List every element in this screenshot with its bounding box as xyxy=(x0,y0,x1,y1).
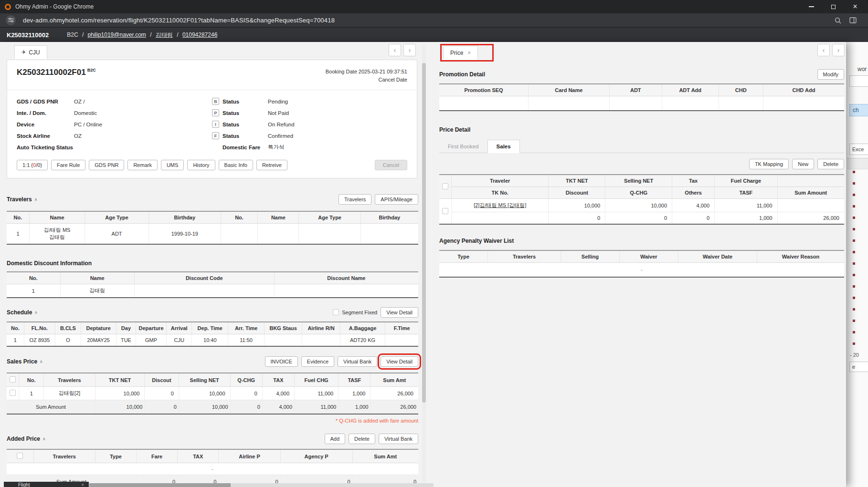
row-checkbox[interactable] xyxy=(442,208,448,214)
collapse-icon[interactable]: ∧ xyxy=(40,359,43,364)
vertical-scrollbar[interactable] xyxy=(422,45,426,482)
status-badge-f: F xyxy=(212,132,219,139)
added-price-section: Added Price ∧ Add Delete Virtual Bank Tr… xyxy=(7,433,418,487)
collapse-icon[interactable]: ∧ xyxy=(42,436,46,441)
bg-list-markers-fragment xyxy=(853,171,855,353)
ohmy-logo-icon xyxy=(5,4,11,10)
right-next-button[interactable]: › xyxy=(832,44,845,56)
booking-dates: Booking Date 2025-03-21 09:37:51 Cancel … xyxy=(326,68,407,84)
apis-mileage-button[interactable]: APIS/Mileage xyxy=(375,194,418,205)
issue-status-value: On Refund xyxy=(268,122,295,127)
schedule-view-detail-button[interactable]: View Detail xyxy=(381,307,418,318)
retrieve-button[interactable]: Retreive xyxy=(256,160,287,170)
tk-mapping-button[interactable]: TK Mapping xyxy=(749,159,789,169)
empty-row: - xyxy=(7,463,418,475)
close-icon[interactable]: × xyxy=(81,482,84,487)
select-all-checkbox[interactable] xyxy=(17,453,23,459)
flight-reservation-title: K25032110002F01B2C xyxy=(17,68,96,84)
collapse-icon[interactable]: ∧ xyxy=(34,310,38,315)
delete-button[interactable]: Delete xyxy=(817,159,844,169)
select-all-checkbox[interactable] xyxy=(10,376,16,383)
left-panel-pager: ‹ › xyxy=(389,44,416,56)
sales-view-detail-button[interactable]: View Detail xyxy=(381,356,418,367)
select-all-checkbox[interactable] xyxy=(442,183,448,189)
table-row: 1OZ 8935 O20MAY25 TUEGMP CJU10:40 11:50 … xyxy=(7,334,418,347)
url-bar: dev-adm.ohmyhotel.com/reservation/flight… xyxy=(0,13,868,27)
reservation-detail-modal: ✈ CJU ‹ › K25032110002F01B2C Booking Dat… xyxy=(0,42,846,487)
customer-phone-link[interactable]: 01094287246 xyxy=(182,31,217,38)
card-fields-left: GDS / GDS PNROZ / Inte. / Dom.Domestic D… xyxy=(17,96,212,153)
history-button[interactable]: History xyxy=(187,160,215,170)
traveler-link[interactable]: [2]김/태림 MS [김태림] xyxy=(451,199,549,212)
collapse-icon[interactable]: ∧ xyxy=(34,197,38,202)
right-panel-pager: ‹ › xyxy=(817,44,845,56)
status-badge-b: B xyxy=(212,98,219,105)
tab-first-booked[interactable]: First Booked xyxy=(439,140,487,153)
one-to-one-button[interactable]: 1:1 (0/0) xyxy=(17,160,48,170)
virtual-bank-button[interactable]: Virtual Bank xyxy=(379,434,418,444)
new-button[interactable]: New xyxy=(792,159,814,169)
site-settings-icon[interactable] xyxy=(6,15,16,25)
virtual-bank-button[interactable]: Virtual Bank xyxy=(338,356,377,367)
reservation-meta: B2C / philip1019@naver.com / 김태림 / 01094… xyxy=(67,31,217,39)
fare-rule-button[interactable]: Fare Rule xyxy=(51,160,85,170)
tab-sales[interactable]: Sales xyxy=(487,140,520,153)
cancel-reservation-button: Cancel xyxy=(375,160,407,170)
card-fields-right: BStatusPending PStatusNot Paid IStatusOn… xyxy=(212,96,407,153)
tab-price[interactable]: Price × xyxy=(443,46,478,60)
minimize-button[interactable] xyxy=(806,1,816,12)
tab-cju[interactable]: ✈ CJU xyxy=(14,45,47,59)
remark-button[interactable]: Remark xyxy=(127,160,158,170)
window-controls: × xyxy=(806,0,860,13)
domestic-fare-value: 특가석 xyxy=(268,144,285,151)
price-detail-table: TravelerTKT NET Selling NETTax Fuel Char… xyxy=(439,174,844,225)
promotion-table: Promotion SEQCard Name ADTADT Add CHDCHD… xyxy=(439,83,844,111)
card-button-row: 1:1 (0/0) Fare Rule GDS PNR Remark UMS H… xyxy=(7,154,417,178)
waiver-section: Agency Penalty Waiver List TypeTravelers… xyxy=(439,235,844,278)
close-icon[interactable]: × xyxy=(467,50,471,56)
channel-label: B2C xyxy=(67,31,78,38)
modify-button[interactable]: Modify xyxy=(817,69,844,80)
ums-button[interactable]: UMS xyxy=(161,160,184,170)
maximize-button[interactable] xyxy=(828,1,838,12)
row-checkbox[interactable] xyxy=(10,390,16,396)
added-price-table: TravelersType FareTAX Airline PAgency P … xyxy=(7,449,418,487)
horizontal-scrollbar[interactable] xyxy=(89,483,434,487)
right-prev-button[interactable]: ‹ xyxy=(817,44,830,56)
price-detail-section: Price Detail First Booked Sales TK Mappi… xyxy=(439,124,844,225)
empty-row: - xyxy=(439,263,844,277)
price-detail-actions: TK Mapping New Delete xyxy=(439,159,844,169)
basic-info-button[interactable]: Basic Info xyxy=(219,160,253,170)
fare-status-value: Confirmed xyxy=(268,133,293,139)
travelers-button[interactable]: Travelers xyxy=(339,194,371,205)
bg-input-fragment xyxy=(849,75,868,87)
qchg-note: * Q-CHG is added with fare amount xyxy=(7,418,418,424)
url-text[interactable]: dev-adm.ohmyhotel.com/reservation/flight… xyxy=(23,17,335,24)
status-badge-i: I xyxy=(212,121,219,128)
segment-fixed-checkbox[interactable] xyxy=(333,309,339,315)
horizontal-scrollbar-thumb[interactable] xyxy=(89,483,231,487)
invoice-button[interactable]: INVOICE xyxy=(265,356,298,367)
booking-date-value: 2025-03-21 09:37:51 xyxy=(359,69,407,74)
window-title: Ohmy Admin - Google Chrome xyxy=(15,3,94,10)
side-panel-icon[interactable] xyxy=(849,17,857,24)
close-button[interactable]: × xyxy=(850,1,860,12)
sum-row: Sum Amount 10,0000 10,0000 4,00011,000 1… xyxy=(7,400,418,414)
window-titlebar: Ohmy Admin - Google Chrome × xyxy=(0,0,868,13)
discount-section: Domestic Discount Information No.Name Di… xyxy=(7,258,418,298)
vertical-scrollbar-thumb[interactable] xyxy=(422,63,426,403)
search-icon[interactable] xyxy=(834,17,842,24)
gds-pnr-button[interactable]: GDS PNR xyxy=(89,160,124,170)
booking-status-value: Pending xyxy=(268,99,288,104)
table-row: 1 김/태림 MS김태림 ADT 1999-10-19 xyxy=(7,224,418,245)
left-prev-button[interactable]: ‹ xyxy=(389,44,401,56)
customer-email-link[interactable]: philip1019@naver.com xyxy=(88,31,146,38)
travelers-table: No.Name Age TypeBirthday No.Name Age Typ… xyxy=(7,211,418,245)
evidence-button[interactable]: Evidence xyxy=(301,356,334,367)
add-button[interactable]: Add xyxy=(325,434,346,444)
customer-name-link[interactable]: 김태림 xyxy=(156,31,173,38)
bg-button-fragment: e xyxy=(849,362,868,372)
left-next-button[interactable]: › xyxy=(403,44,416,56)
delete-button[interactable]: Delete xyxy=(349,434,375,444)
bottom-tab-flight[interactable]: Flight × xyxy=(4,482,89,487)
